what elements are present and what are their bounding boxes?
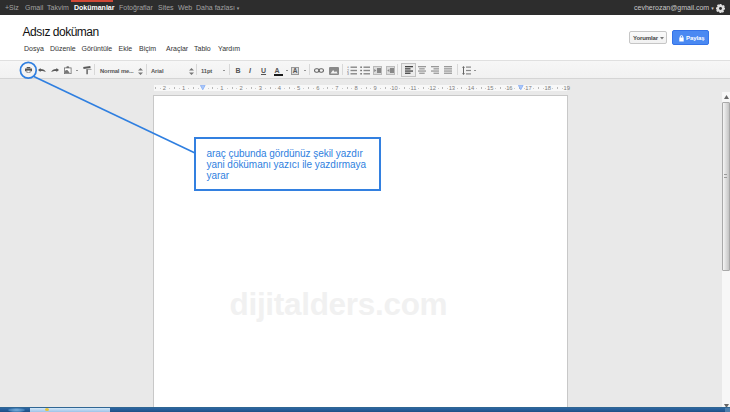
svg-text:3: 3 [347, 72, 349, 75]
